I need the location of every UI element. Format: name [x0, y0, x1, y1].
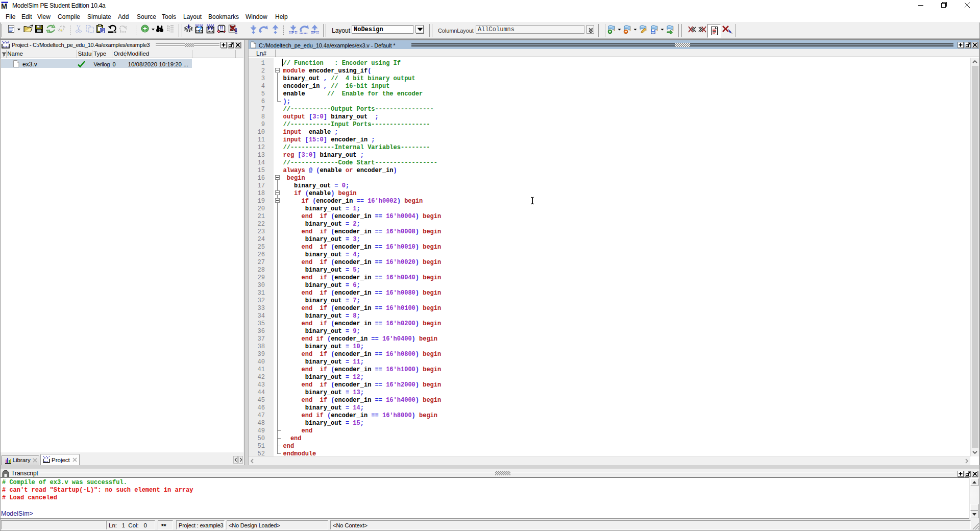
svg-text:M: M: [1, 2, 7, 9]
svg-text:?: ?: [198, 25, 202, 33]
